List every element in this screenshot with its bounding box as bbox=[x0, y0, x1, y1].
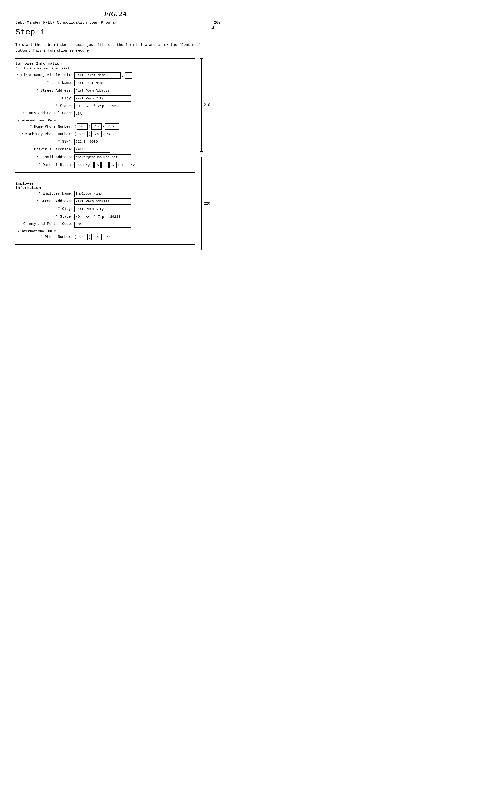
dob-month-select[interactable]: ▼ bbox=[94, 162, 101, 168]
city-label: * City: bbox=[15, 96, 74, 101]
email-row: * E-Mail Address: bbox=[15, 154, 195, 160]
email-label: * E-Mail Address: bbox=[15, 155, 74, 160]
work-phone-area[interactable] bbox=[77, 131, 88, 137]
home-phone-area[interactable] bbox=[77, 123, 88, 130]
street-address-label: * Street Address: bbox=[15, 88, 74, 93]
step-title: Step 1 bbox=[15, 27, 216, 37]
ref-210: 210 bbox=[204, 103, 210, 107]
employer-street-input[interactable] bbox=[74, 198, 131, 205]
employer-phone-suffix[interactable] bbox=[105, 234, 119, 240]
zip-label: * Zip: bbox=[93, 104, 106, 108]
app-title: Debt Minder FFELP Consolidation Loan Pro… bbox=[15, 21, 216, 25]
employer-name-label: * Employer Name: bbox=[15, 191, 74, 196]
employer-county-label: County and Postal Code: bbox=[15, 221, 74, 226]
open-paren-work: ( bbox=[74, 132, 76, 136]
state-zip-row: * State: ▼ * Zip: bbox=[15, 103, 195, 109]
employer-international-note: (International Only) bbox=[18, 229, 195, 233]
drivers-license-input[interactable] bbox=[74, 147, 110, 153]
employer-zip-input[interactable] bbox=[109, 214, 127, 220]
fig-title: FIG. 2A bbox=[15, 10, 216, 18]
employer-state-input[interactable] bbox=[74, 214, 82, 220]
dash-emp: - bbox=[102, 235, 104, 239]
state-input[interactable] bbox=[74, 103, 82, 109]
employer-state-select[interactable]: ▼ bbox=[84, 214, 90, 220]
employer-state-label: * State: bbox=[15, 214, 74, 219]
county-block: County and Postal Code: (International O… bbox=[15, 111, 195, 122]
first-name-input[interactable] bbox=[74, 72, 121, 79]
county-label: County and Postal Code: bbox=[15, 111, 74, 115]
ref-200: 200 bbox=[214, 21, 221, 25]
home-phone-suffix[interactable] bbox=[105, 123, 119, 130]
dash-work: - bbox=[102, 132, 104, 136]
zip-input[interactable] bbox=[109, 103, 127, 109]
first-name-row: * First Name, Middle Init: , bbox=[15, 72, 195, 79]
state-select[interactable]: ▼ bbox=[84, 103, 90, 109]
dob-row: * Date of Birth: ▼ ▼ ▼ bbox=[15, 162, 195, 168]
employer-phone-label: * Phone Number: bbox=[15, 235, 74, 240]
last-name-label: * Last Name: bbox=[15, 81, 74, 86]
dob-year-input[interactable] bbox=[116, 162, 129, 168]
ssn-input[interactable] bbox=[74, 139, 110, 145]
work-phone-prefix[interactable] bbox=[91, 131, 102, 137]
home-phone-prefix[interactable] bbox=[91, 123, 102, 130]
drivers-license-row: * Driver's License#: bbox=[15, 147, 195, 153]
dob-label: * Date of Birth: bbox=[15, 162, 74, 168]
open-paren-emp: ( bbox=[74, 235, 76, 239]
work-phone-suffix[interactable] bbox=[105, 131, 119, 137]
employer-name-row: * Employer Name: bbox=[15, 191, 195, 197]
dob-year-select[interactable]: ▼ bbox=[130, 162, 136, 168]
employer-county-block: County and Postal Code: (International O… bbox=[15, 221, 195, 233]
county-input[interactable] bbox=[74, 111, 131, 117]
work-phone-row: * Work/Day Phone Number: ( ) - bbox=[15, 131, 195, 137]
intro-text: To start the debt minder process just fi… bbox=[15, 42, 216, 54]
dob-day-input[interactable] bbox=[101, 162, 109, 168]
close-paren-work: ) bbox=[88, 132, 90, 136]
employer-name-input[interactable] bbox=[74, 191, 131, 197]
home-phone-label: * Home Phone Number: bbox=[15, 124, 74, 129]
drivers-license-label: * Driver's License#: bbox=[15, 147, 74, 152]
dash-home: - bbox=[102, 124, 104, 129]
last-name-input[interactable] bbox=[74, 80, 131, 86]
close-paren-home: ) bbox=[88, 124, 90, 129]
city-input[interactable] bbox=[74, 95, 131, 102]
street-address-input[interactable] bbox=[74, 88, 131, 94]
state-label: * State: bbox=[15, 104, 74, 109]
borrower-header: Borrower Information bbox=[15, 62, 195, 66]
borrower-section: Borrower Information * = Indicates Requi… bbox=[15, 58, 195, 173]
ssn-row: * SSN#: bbox=[15, 139, 195, 145]
employer-header: Employer Information bbox=[15, 181, 195, 190]
employer-section: Employer Information * Employer Name: * … bbox=[15, 178, 195, 245]
work-phone-label: * Work/Day Phone Number: bbox=[15, 132, 74, 137]
close-paren-emp: ) bbox=[88, 235, 90, 239]
employer-county-input[interactable] bbox=[74, 221, 131, 228]
employer-city-label: * City: bbox=[15, 207, 74, 212]
dob-month-input[interactable] bbox=[74, 162, 94, 168]
middle-init-input[interactable] bbox=[125, 72, 132, 79]
employer-street-row: * Street Address: bbox=[15, 198, 195, 205]
comma-separator: , bbox=[122, 73, 124, 77]
city-row: * City: bbox=[15, 95, 195, 102]
email-input[interactable] bbox=[74, 154, 131, 160]
arrow-200: ↲ bbox=[211, 25, 214, 31]
employer-phone-prefix[interactable] bbox=[91, 234, 102, 240]
last-name-row: * Last Name: bbox=[15, 80, 195, 86]
employer-city-input[interactable] bbox=[74, 206, 131, 212]
international-note: (International Only) bbox=[18, 119, 195, 122]
employer-city-row: * City: bbox=[15, 206, 195, 212]
employer-street-label: * Street Address: bbox=[15, 199, 74, 204]
ssn-label: * SSN#: bbox=[15, 139, 74, 144]
first-name-label: * First Name, Middle Init: bbox=[15, 73, 74, 78]
employer-phone-area[interactable] bbox=[77, 234, 88, 240]
employer-zip-label: * Zip: bbox=[93, 215, 106, 219]
street-address-row: * Street Address: bbox=[15, 88, 195, 94]
employer-phone-row: * Phone Number: ( ) - bbox=[15, 234, 195, 240]
employer-state-zip-row: * State: ▼ * Zip: bbox=[15, 214, 195, 220]
required-note: * = Indicates Required Field bbox=[15, 66, 195, 70]
ref-220: 220 bbox=[204, 201, 210, 206]
home-phone-row: * Home Phone Number: ( ) - bbox=[15, 123, 195, 130]
dob-day-select[interactable]: ▼ bbox=[109, 162, 115, 168]
open-paren-home: ( bbox=[74, 124, 76, 129]
